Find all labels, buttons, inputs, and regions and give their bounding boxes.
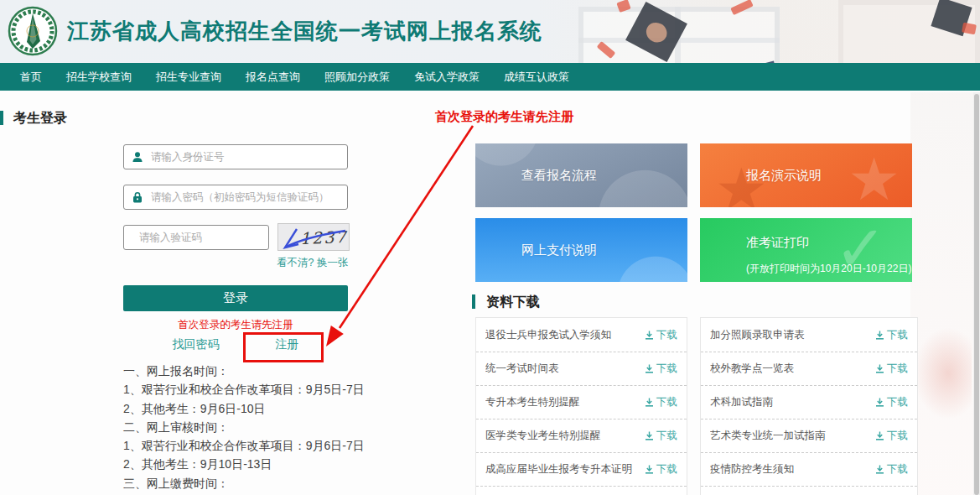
panel-subtitle: (开放打印时间为10月20日-10月22日) xyxy=(746,262,911,276)
download-item: 医学类专业考生特别提醒 下载 xyxy=(476,419,687,452)
school-emblem-logo xyxy=(8,6,58,56)
download-icon xyxy=(645,364,654,373)
downloads-column-left: 退役士兵申报免试入学须知 下载 统一考试时间表 下载 专升本考生特别提醒 下载 … xyxy=(475,317,687,495)
panel-label: 网上支付说明 xyxy=(521,242,597,258)
download-item: 考生健康状况申报及承诺书 下载 xyxy=(701,486,917,495)
background-photo xyxy=(910,92,973,495)
downloads-section-bar xyxy=(472,294,475,309)
download-icon xyxy=(875,465,884,474)
download-icon xyxy=(645,331,654,340)
mortarboard-icon xyxy=(625,2,687,62)
lock-icon xyxy=(132,191,143,203)
site-title: 江苏省成人高校招生全国统一考试网上报名系统 xyxy=(67,17,542,46)
download-item: 疫情防控考生须知 下载 xyxy=(701,452,917,486)
panel-view-registration-process[interactable]: 查看报名流程 xyxy=(475,143,687,207)
panel-registration-demo[interactable]: 报名演示说明 xyxy=(700,143,912,207)
download-link[interactable]: 下载 xyxy=(875,462,908,477)
download-icon xyxy=(875,398,884,407)
password-input[interactable] xyxy=(151,191,347,203)
scrollbar-thumb[interactable] xyxy=(974,94,979,495)
header: 江苏省成人高校招生全国统一考试网上报名系统 xyxy=(0,0,980,63)
download-link[interactable]: 下载 xyxy=(645,362,677,376)
nav-major-query[interactable]: 招生专业查询 xyxy=(156,70,221,85)
panel-label: 报名演示说明 xyxy=(746,168,822,184)
schedule-line: 1、艰苦行业和校企合作改革项目：9月5日-7日 xyxy=(123,380,365,399)
download-icon xyxy=(875,331,884,340)
download-item: 专升本考生特别提醒 下载 xyxy=(476,385,687,419)
nav-score-recognition-policy[interactable]: 成绩互认政策 xyxy=(504,70,569,85)
password-field[interactable] xyxy=(123,185,348,210)
download-item: 成高应届毕业生报考专升本证明 下载 xyxy=(476,452,687,486)
captcha-scribble xyxy=(278,224,350,251)
panel-print-admission-ticket[interactable]: 准考证打印 (开放打印时间为10月20日-10月22日) xyxy=(700,218,912,282)
login-section-bar xyxy=(0,111,3,125)
download-link[interactable]: 下载 xyxy=(875,395,908,409)
captcha-field[interactable] xyxy=(123,225,269,250)
schedule-line: 1、艰苦行业和校企合作改革项目：9月6日-7日 xyxy=(123,436,365,455)
main-nav: 首页 招生学校查询 招生专业查询 报名点查询 照顾加分政策 免试入学政策 成绩互… xyxy=(0,63,980,91)
captcha-image[interactable]: 1237 xyxy=(277,223,350,251)
panel-label: 查看报名流程 xyxy=(521,168,597,184)
background-photo-blob xyxy=(913,327,972,419)
nav-bonus-policy[interactable]: 照顾加分政策 xyxy=(324,70,390,85)
register-first-note: 首次登录的考生请先注册 xyxy=(123,318,348,332)
schedule-line: 三、网上缴费时间： xyxy=(123,474,365,492)
panel-online-payment-info[interactable]: 网上支付说明 xyxy=(475,218,687,282)
downloads-section-title: 资料下载 xyxy=(486,294,540,311)
page: 江苏省成人高校招生全国统一考试网上报名系统 首页 招生学校查询 招生专业查询 报… xyxy=(0,0,980,495)
download-link[interactable]: 下载 xyxy=(875,429,908,443)
panel-label: 准考证打印 xyxy=(746,235,809,251)
download-link[interactable]: 下载 xyxy=(875,362,908,376)
download-item: 加分照顾录取申请表 下载 xyxy=(701,318,917,352)
download-link[interactable]: 下载 xyxy=(645,395,677,409)
download-item: 校外教学点一览表 下载 xyxy=(701,352,917,385)
download-item: 术科加试指南 下载 xyxy=(701,385,917,419)
download-link[interactable]: 下载 xyxy=(875,328,908,342)
login-links-row: 找回密码 注册 xyxy=(123,337,348,352)
download-icon xyxy=(645,398,654,407)
nav-registration-point-query[interactable]: 报名点查询 xyxy=(246,70,300,85)
schedule-line: 二、网上审核时间： xyxy=(123,418,365,436)
corner-mortarboard-icon xyxy=(931,0,972,36)
login-button[interactable]: 登录 xyxy=(123,285,348,311)
download-item: 退役士兵申报免试入学须知 下载 xyxy=(476,318,687,352)
schedule-line: 2、其他考生：9月10日-13日 xyxy=(123,455,365,473)
schedule-info: 一、网上报名时间： 1、艰苦行业和校企合作改革项目：9月5日-7日 2、其他考生… xyxy=(123,362,365,495)
download-link[interactable]: 下载 xyxy=(645,462,677,477)
annotation-register-text: 首次登录的考生请先注册 xyxy=(435,109,573,125)
user-icon xyxy=(132,151,143,163)
nav-school-query[interactable]: 招生学校查询 xyxy=(66,70,132,85)
downloads-column-right: 加分照顾录取申请表 下载 校外教学点一览表 下载 术科加试指南 下载 艺术类专业… xyxy=(700,317,918,495)
download-link[interactable]: 下载 xyxy=(645,429,677,443)
nav-exemption-policy[interactable]: 免试入学政策 xyxy=(414,70,480,85)
download-icon xyxy=(875,364,884,373)
download-icon xyxy=(645,465,654,474)
download-icon xyxy=(645,431,654,440)
captcha-refresh-link[interactable]: 看不清? 换一张 xyxy=(277,256,352,270)
captcha-input[interactable] xyxy=(139,232,274,243)
id-number-field[interactable] xyxy=(123,144,348,169)
download-link[interactable]: 下载 xyxy=(645,328,677,342)
schedule-line: 一、网上报名时间： xyxy=(123,362,365,380)
id-number-input[interactable] xyxy=(151,151,347,163)
nav-home[interactable]: 首页 xyxy=(20,70,42,85)
download-item: 统一考试时间表 下载 xyxy=(476,352,687,385)
download-icon xyxy=(875,431,884,440)
download-item: 高考照顾录取政策的办理指南 下载 xyxy=(476,486,687,495)
register-link[interactable]: 注册 xyxy=(276,337,299,352)
login-section-title: 考生登录 xyxy=(13,110,67,128)
download-item: 艺术类专业统一加试指南 下载 xyxy=(701,419,917,452)
schedule-line: 2、其他考生：9月6日-10日 xyxy=(123,399,365,418)
forgot-password-link[interactable]: 找回密码 xyxy=(173,337,220,352)
